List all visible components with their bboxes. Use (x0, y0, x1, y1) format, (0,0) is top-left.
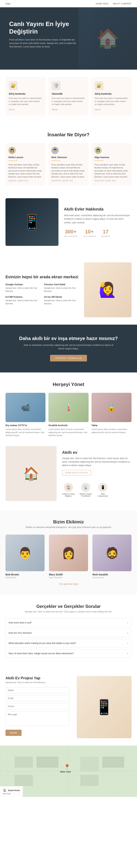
smart-feature-2: 📱 Akıllı Uygulamalar (96, 483, 109, 497)
input-message[interactable] (5, 711, 70, 726)
project-subtitle: Sample text. Click to select the Text El… (5, 681, 70, 684)
nav-home[interactable]: HOME PAGE (96, 3, 108, 5)
input-phone[interactable] (5, 703, 70, 710)
input-name[interactable] (5, 687, 70, 693)
map-block-6 (80, 775, 99, 786)
testimonial-0: 👩 Stella Larson ★★★★★ Proin sed libero m… (5, 143, 45, 186)
testimonial-text-0: Proin sed libero mam dolor sit Sed fauci… (8, 163, 43, 179)
faq-question-1[interactable]: How Are Your Services? + (6, 629, 131, 637)
submit-button[interactable]: Gönder (5, 730, 21, 736)
testimonial-stars-1: ★★★★★ (51, 159, 86, 162)
feature-title-2: Giriş kontrolu (95, 92, 128, 95)
screen-feature-title-0: Google Asistan (5, 283, 41, 286)
faq-item-1[interactable]: How Are Your Services? + (5, 629, 132, 637)
manage-image-1: 🌡️ (48, 393, 88, 422)
smart-features-row: 🏠 Kullanımı Kolay Bağlayın 📡 Merkezi Ola… (62, 483, 132, 497)
nav-about[interactable]: ABOUT COMPANY (113, 3, 132, 5)
team-name-2: Nick Karalok (92, 573, 132, 576)
stat-num-2: 17 (101, 229, 110, 235)
cta-desc: Akıllı ev sistemimiz consectetur adipisc… (23, 343, 114, 350)
map-block-3 (15, 775, 33, 786)
screen-feature-3: 10 inç HD Ekran Sample text. Click to se… (44, 296, 80, 305)
testimonial-1: 👨 Nick Jhonson ★★★★★ Proin sed libero ma… (48, 143, 88, 186)
testimonial-avatar-1: 👨 (51, 147, 59, 154)
testimonial-avatar-0: 👩 (8, 147, 16, 154)
feature-link-1[interactable]: DAHA (52, 108, 58, 111)
cta-title: Daha akıllı bir ev inşa etmeye hazır mıs… (7, 336, 130, 341)
faq-chevron-2: + (127, 642, 128, 645)
smart-feature-0: 🏠 Kullanımı Kolay Bağlayın (62, 483, 75, 497)
smart-panel-content: Akıllı ev Sample text. Click to select t… (62, 450, 132, 497)
manage-item-1: 🌡️ Sıcaklık kontrolü Lorem ipsum dolor s… (48, 393, 88, 437)
faq-question-2[interactable]: What education and/or training do you ha… (6, 639, 131, 647)
hero-title: Canlı Yayını En İyiye Değiştirin (9, 20, 79, 35)
faq-item-3[interactable]: Nunc sit amet dolor dolur. Integer iacul… (5, 649, 132, 658)
faq-chevron-1: + (127, 631, 128, 634)
screen-feature-title-3: 10 inç HD Ekran (44, 296, 80, 298)
feature-desc-0: Duis aute irure dolor in reprehenderit i… (9, 97, 42, 106)
testimonials-grid: 👩 Stella Larson ★★★★★ Proin sed libero m… (5, 143, 132, 186)
map-pin: 📍 (64, 764, 70, 770)
feature-desc-2: Duis aute irure dolor in reprehenderit i… (95, 97, 128, 106)
smart-panel-link[interactable]: DAHA FAZLA GÖSTER (62, 470, 91, 475)
stat-label-0: MUTLU MÜŞTERİ (64, 236, 78, 237)
testimonial-date-2: PAZARTESI, ŞUBAT 2024 (94, 180, 129, 182)
smart-feature-icon-2: 📱 (98, 483, 107, 492)
manage-item-2: 🔒 Takip Lorem ipsum dolor sit amet, cons… (92, 393, 132, 437)
stat-num-0: 300+ (64, 229, 78, 235)
team-subtitle: Ekibim ve minimum deneyimle birleşiyoruz… (23, 526, 114, 529)
smart-feature-label-1: Merkezi Olarak Yönetilebilir (79, 493, 92, 497)
faq-chevron-3: + (127, 652, 128, 655)
stat-label-2: PROJELER (101, 236, 110, 237)
cta-button[interactable]: ÜCRETSİZ TAHMİN ALIN (50, 355, 87, 362)
testimonials-title: İnsanlar Ne Diyor? (5, 132, 132, 137)
map-block-1 (15, 756, 33, 768)
map-overlay-address: New York (3, 793, 20, 795)
form-field-email (5, 695, 70, 702)
feature-link-2[interactable]: DAHA (95, 108, 101, 111)
tablet-image: 📱 (77, 676, 132, 738)
faq-item-2[interactable]: What education and/or training do you ha… (5, 639, 132, 647)
testimonial-avatar-2: 👩 (94, 147, 102, 154)
woman-image: 🙋‍♀️ (84, 262, 132, 317)
manage-item-title-1: Sıcaklık kontrolü (48, 424, 88, 427)
team-title: Bizim Ekibimiz (5, 519, 132, 525)
smart-feature-label-0: Kullanımı Kolay Bağlayın (62, 493, 75, 497)
screen-center-section: Evinizin hepsi bir arada ekran merkezi G… (0, 255, 137, 324)
stat-num-1: 10+ (83, 229, 96, 235)
screen-center-title: Evinizin hepsi bir arada ekran merkezi (5, 275, 80, 279)
testimonial-name-0: Stella Larson (8, 156, 43, 159)
hero-section: 🏠 Canlı Yayını En İyiye Değiştirin Proin… (0, 7, 137, 70)
testimonial-text-1: Proin sed libero mam dolor sit Sed fauci… (51, 163, 86, 179)
feature-icon-1: 🛡️ (52, 81, 60, 90)
team-link-container: Tüm grünüme lingia (5, 582, 132, 586)
smart-info-image: 📱 (5, 198, 58, 246)
faq-question-3[interactable]: Nunc sit amet dolor dolur. Integer iacul… (6, 649, 131, 657)
testimonial-text-2: Proin sed libero mam dolor sit Sed fauci… (94, 163, 129, 179)
faq-item-0[interactable]: How much does it cost? + (5, 618, 132, 627)
stat-1: 10+ YILLIK DENEYİM (83, 229, 96, 237)
manage-item-title-0: Dış mekan CCTV'si (5, 424, 45, 427)
team-link[interactable]: Tüm grünüme lingia (59, 583, 78, 585)
form-field-phone (5, 703, 70, 710)
testimonial-stars-2: ★★★★★ (94, 159, 129, 162)
faq-subtitle: Sample text. Click to select the lext te… (5, 611, 132, 613)
screen-center-text: Evinizin hepsi bir arada ekran merkezi G… (5, 275, 80, 305)
smart-feature-icon-0: 🏠 (64, 483, 73, 492)
feature-icon-0: 🔐 (9, 81, 17, 90)
faq-question-0[interactable]: How much does it cost? + (6, 619, 131, 627)
project-image-container: 📱 (77, 676, 132, 738)
faq-chevron-0: + (127, 621, 128, 624)
map-overlay-info: 🏠 Smart Home New York (0, 786, 23, 797)
manage-item-title-2: Takip (92, 424, 132, 427)
feature-link-0[interactable]: DAHA (9, 108, 15, 111)
logo[interactable]: logo (5, 2, 10, 5)
feature-desc-1: Duis aute irure dolor in reprehenderit i… (52, 97, 85, 106)
input-email[interactable] (5, 695, 70, 702)
manage-item-desc-1: Lorem ipsum dolor sit amet, consectetur … (48, 428, 88, 437)
smart-info-section: 📱 Akıllı Evler Hakkında Akıllı evler ame… (0, 194, 137, 255)
features-section: 🔐 Giriş kontrolu Duis aute irure dolor i… (0, 70, 137, 123)
hero-subtitle: Proin sed libero mam dolor sit Sed fauci… (9, 38, 79, 49)
smart-info-title: Akıllı Evler Hakkında (64, 207, 132, 212)
team-grid: 👨 Bob Brown Akıllı Eklenti 👩 Mary Smith … (5, 534, 132, 579)
